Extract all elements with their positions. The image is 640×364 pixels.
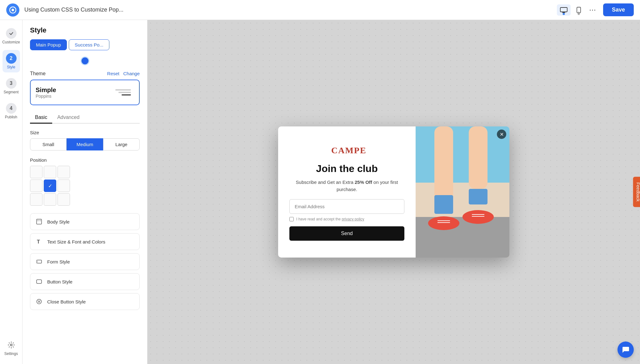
svg-rect-20 <box>434 195 453 214</box>
advanced-tab[interactable]: Advanced <box>52 112 84 124</box>
pos-0-1[interactable] <box>44 166 56 178</box>
panel-title: Style <box>30 26 140 34</box>
change-theme-btn[interactable]: Change <box>123 71 140 76</box>
pos-1-0[interactable] <box>30 180 42 192</box>
form-style-icon <box>35 258 43 265</box>
text-style-item[interactable]: T Text Size & Font and Colors <box>30 233 140 250</box>
style-items-list: Body Style T Text Size & Font and Colors… <box>30 213 140 310</box>
size-selector: Small Medium Large <box>30 138 140 150</box>
center-indicator <box>30 57 140 65</box>
svg-rect-15 <box>416 126 509 189</box>
left-nav: Customize 2 Style 3 Segment 4 Publish Se… <box>0 20 22 364</box>
more-options-btn[interactable]: ⋯ <box>587 4 598 16</box>
svg-point-5 <box>10 344 12 346</box>
svg-point-1 <box>12 9 14 11</box>
mobile-device-btn[interactable] <box>572 4 586 16</box>
theme-card[interactable]: Simple Poppins <box>30 80 140 105</box>
theme-section-header: Theme Reset Change <box>30 71 140 76</box>
form-style-label: Form Style <box>47 259 70 264</box>
main-layout: Customize 2 Style 3 Segment 4 Publish Se… <box>0 20 640 364</box>
position-grid: ✓ <box>30 166 140 206</box>
segment-step-icon: 3 <box>6 78 17 89</box>
button-style-label: Button Style <box>47 279 72 284</box>
popup-privacy-checkbox[interactable] <box>289 217 294 221</box>
center-dot-icon <box>81 57 89 65</box>
popup-checkbox-label: I have read and accept the privacy polic… <box>296 217 364 221</box>
success-popup-tab[interactable]: Success Po... <box>69 39 109 50</box>
svg-text:CAMPER: CAMPER <box>331 145 366 155</box>
pos-1-2[interactable] <box>58 180 70 192</box>
theme-label: Theme <box>30 71 46 76</box>
publish-step-icon: 4 <box>6 103 17 114</box>
popup-title: Join the club <box>316 163 378 175</box>
button-style-item[interactable]: Button Style <box>30 273 140 290</box>
basic-tab[interactable]: Basic <box>30 112 52 124</box>
svg-rect-21 <box>469 189 488 204</box>
app-logo <box>6 3 19 17</box>
close-button-style-item[interactable]: Close Button Style <box>30 293 140 310</box>
size-large-btn[interactable]: Large <box>103 138 140 150</box>
body-style-icon <box>35 218 43 225</box>
sidebar-item-style[interactable]: 2 Style <box>2 50 20 72</box>
sidebar-panel: Style Main Popup Success Po... Theme Res… <box>22 20 148 364</box>
feedback-tab[interactable]: Feedback <box>633 177 640 207</box>
pos-0-0[interactable] <box>30 166 42 178</box>
settings-label: Settings <box>4 352 18 356</box>
popup-type-tabs: Main Popup Success Po... <box>30 39 140 50</box>
svg-rect-19 <box>469 126 488 189</box>
size-medium-btn[interactable]: Medium <box>67 138 103 150</box>
svg-rect-16 <box>416 183 509 220</box>
close-button-style-label: Close Button Style <box>47 299 86 304</box>
sidebar-item-publish[interactable]: 4 Publish <box>2 100 20 122</box>
pos-2-0[interactable] <box>30 193 42 206</box>
body-style-item[interactable]: Body Style <box>30 213 140 230</box>
popup-image <box>416 126 509 258</box>
page-title: Using Custom CSS to Customize Pop... <box>24 7 552 13</box>
settings-icon <box>6 340 17 350</box>
svg-rect-12 <box>37 280 42 283</box>
popup-checkbox-row: I have read and accept the privacy polic… <box>289 217 404 221</box>
svg-point-4 <box>578 12 579 12</box>
button-style-icon <box>35 278 43 285</box>
customize-label: Customize <box>2 40 20 44</box>
save-button[interactable]: Save <box>603 3 634 16</box>
pos-check-icon: ✓ <box>48 183 52 189</box>
theme-actions: Reset Change <box>107 71 140 76</box>
pos-1-1[interactable]: ✓ <box>44 180 56 192</box>
canvas-area: ✕ CAMPER Join the club Subscribe and Get… <box>148 20 640 364</box>
pos-2-2[interactable] <box>58 193 70 206</box>
size-small-btn[interactable]: Small <box>30 138 67 150</box>
theme-font: Poppins <box>36 94 56 99</box>
svg-point-22 <box>428 216 459 230</box>
main-popup-tab[interactable]: Main Popup <box>30 39 67 50</box>
sidebar-item-segment[interactable]: 3 Segment <box>2 75 20 97</box>
svg-point-23 <box>462 210 494 224</box>
popup-overlay: ✕ CAMPER Join the club Subscribe and Get… <box>148 20 640 364</box>
popup-close-btn[interactable]: ✕ <box>497 130 506 139</box>
sidebar-item-customize[interactable]: Customize <box>2 25 20 47</box>
desktop-device-btn[interactable] <box>557 4 571 16</box>
publish-label: Publish <box>5 115 17 119</box>
customize-icon <box>6 28 17 39</box>
inner-tabs: Basic Advanced <box>30 112 140 124</box>
popup-left-panel: CAMPER Join the club Subscribe and Get a… <box>278 126 416 258</box>
popup-send-btn[interactable]: Send <box>289 226 404 241</box>
theme-name: Simple <box>36 86 56 94</box>
pos-0-2[interactable] <box>58 166 70 178</box>
style-label: Style <box>7 65 15 69</box>
chat-bubble-btn[interactable] <box>618 342 634 358</box>
svg-text:T: T <box>37 239 40 244</box>
theme-card-info: Simple Poppins <box>36 86 56 99</box>
reset-theme-btn[interactable]: Reset <box>107 71 119 76</box>
popup-brand-logo: CAMPER <box>328 143 366 159</box>
popup-modal: ✕ CAMPER Join the club Subscribe and Get… <box>278 126 509 258</box>
position-label: Position <box>30 157 140 163</box>
form-style-item[interactable]: Form Style <box>30 253 140 270</box>
close-button-style-icon <box>35 298 43 305</box>
size-label: Size <box>30 130 140 135</box>
svg-rect-11 <box>37 260 38 263</box>
popup-email-input[interactable] <box>289 199 404 214</box>
pos-2-1[interactable] <box>44 193 56 206</box>
sidebar-item-settings[interactable]: Settings <box>2 337 20 359</box>
segment-label: Segment <box>3 90 18 94</box>
